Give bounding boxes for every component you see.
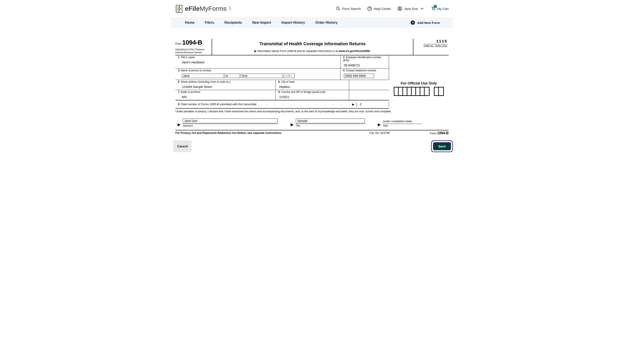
contact-first-input[interactable]: Jane [182,74,224,78]
logo[interactable]: eFileMyForms .com [175,4,231,13]
arrow-right-icon: ▶ [378,122,381,127]
arrow-right-icon: ▶ [291,122,294,127]
date-placeholder: (order completion date) [383,120,422,124]
contact-phone-input[interactable]: (999) 999-9999 [344,74,374,78]
nav-recipients[interactable]: Recipients [219,17,247,28]
cart-link[interactable]: 2 My Cart [431,6,449,11]
footer-cat: Cat. No. 61570P [282,131,430,135]
top-code: 1115 [415,39,447,44]
form-1094b: Form 1094-B Department of the TreasuryIn… [175,39,449,136]
signature-label: Signature [183,124,278,127]
form-search-label: Form Search [342,7,361,11]
nav-order-history[interactable]: Order History [310,17,343,28]
row-total-1095b: 9 Total number of Forms 1095-B submitted… [175,100,389,109]
omb-number: OMB No. 1545-2252 [423,44,447,48]
logo-dotcom: .com [229,6,231,11]
svg-point-10 [399,8,401,9]
dept-line1: Department of the Treasury [175,48,204,51]
top-bar: eFileMyForms .com Form Search Help Cente… [156,0,468,15]
value-ein: 06-5498721 [343,62,388,68]
cart-label: My Cart [437,7,449,11]
help-icon [367,6,372,11]
save-button-highlight: Save [431,140,453,152]
title-label: Title [296,124,365,127]
bolt-doc-icon [175,4,183,13]
label-phone: Contact telephone number [346,69,376,72]
contact-suffix-input[interactable]: suffix [284,74,294,78]
label-filer-name: Filer's name [181,56,195,59]
value-state: MN [178,93,274,99]
value-total-1095b: 2 [357,102,389,107]
nav-bar: Home Filers Recipients New Import Import… [171,17,453,28]
label-city: City or town [281,80,295,83]
chevron-down-icon [420,6,424,11]
nav-home[interactable]: Home [180,17,200,28]
official-use-boxes [389,87,449,96]
svg-point-12 [434,9,435,10]
cancel-button[interactable]: Cancel [173,140,192,152]
value-street: 123456 Sample Street [178,83,274,89]
perjury-statement: Under penalties of perjury, I declare th… [175,109,449,116]
plus-circle-icon: + [411,21,415,25]
label-total-1095b: Total number of Forms 1095-B submitted w… [181,103,256,106]
date-label: Date [383,124,422,127]
help-center-link[interactable]: Help Center [367,6,391,11]
user-name: Jane Doe [404,7,418,11]
form-number: 1094-B [182,39,202,46]
nav-new-import[interactable]: New Import [247,17,276,28]
form-prefix: Form [175,42,182,45]
label-street: Street address (including room or suite … [181,80,231,83]
footer-privacy: For Privacy Act and Paperwork Reduction … [175,131,282,135]
signature-input[interactable]: Jane Doe [183,118,278,123]
arrow-right-icon: ▶ [178,122,181,127]
dept-line2: Internal Revenue Service [175,51,202,54]
form-info: ▶ Information about Form 1094-B and its … [214,49,411,53]
form-search-link[interactable]: Form Search [336,6,361,11]
label-zip: Country and ZIP or foreign postal code [281,91,326,93]
logo-text: eFileMyForms [185,5,227,12]
svg-point-5 [336,7,339,10]
svg-point-8 [369,10,370,10]
label-ein: Employer identification number (EIN) [343,56,381,62]
official-use-label: For Official Use Only [389,81,449,86]
form-title: Transmittal of Health Coverage Informati… [214,41,411,46]
contact-last-input[interactable]: Doe [241,74,283,78]
svg-line-6 [338,9,340,11]
search-icon [336,6,340,11]
svg-point-11 [432,9,433,10]
arrow-right-icon: ▶ [352,103,355,106]
contact-mi-input[interactable]: A [225,74,240,78]
value-filer-name: Jane's Hardware [178,59,339,65]
value-zip: 123321 [278,93,348,99]
title-input[interactable]: Sample [296,118,365,123]
nav-import-history[interactable]: Import History [276,17,310,28]
cart-count-badge: 2 [434,5,437,8]
save-button[interactable]: Save [433,142,451,150]
label-contact-name: Name of person to contact [181,69,211,72]
user-icon [397,6,402,11]
footer-form: Form 1094-B [430,131,449,135]
add-new-form-button[interactable]: + Add New Form [411,21,444,25]
help-label: Help Center [374,7,391,11]
value-city: Hopkins [278,83,348,89]
add-form-label: Add New Form [417,21,440,24]
label-state: State or province [181,91,201,93]
user-menu[interactable]: Jane Doe [397,6,424,11]
nav-filers[interactable]: Filers [200,17,219,28]
